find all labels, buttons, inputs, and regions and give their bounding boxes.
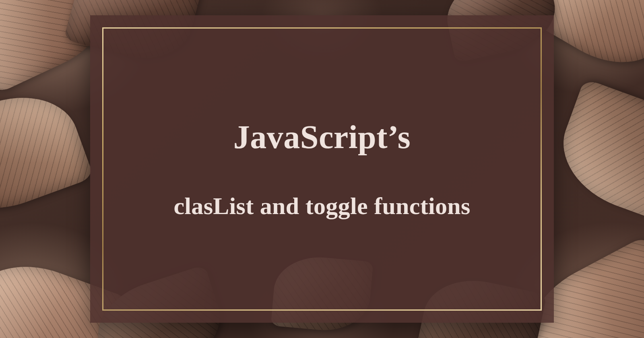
- leaf-decoration: [0, 79, 94, 227]
- card-subtitle: clasList and toggle functions: [173, 192, 470, 220]
- card-title: JavaScript’s: [173, 118, 470, 156]
- title-content: JavaScript’s clasList and toggle functio…: [157, 102, 486, 236]
- leaf-decoration: [547, 78, 644, 231]
- title-panel: JavaScript’s clasList and toggle functio…: [90, 15, 554, 323]
